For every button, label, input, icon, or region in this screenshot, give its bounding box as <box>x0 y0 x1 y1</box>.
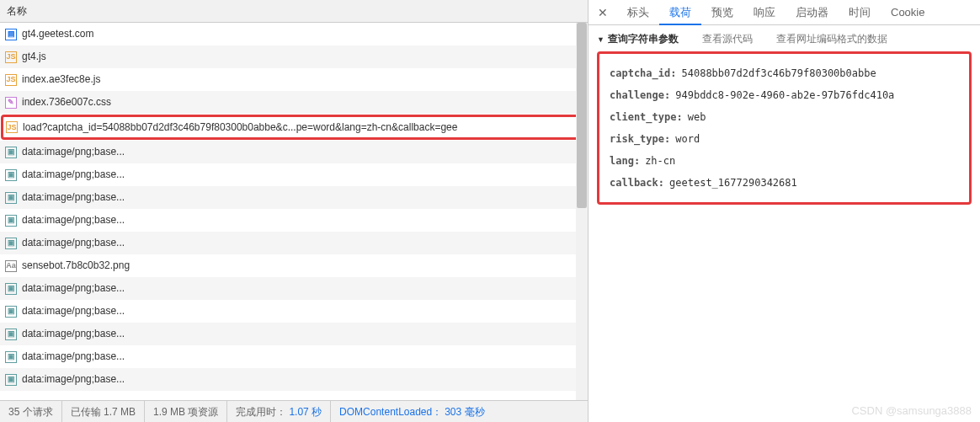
request-row[interactable]: ▣data:image/png;base... <box>0 186 588 209</box>
request-name: data:image/png;base... <box>22 186 125 209</box>
request-row[interactable]: Aasensebot.7b8c0b32.png <box>0 254 588 277</box>
view-source-link[interactable]: 查看源代码 <box>702 32 753 46</box>
param-row: client_type:web <box>610 106 959 128</box>
param-row: captcha_id:54088bb07d2df3c46b79f80300b0a… <box>610 62 959 84</box>
js-file-icon: JS <box>6 121 18 133</box>
param-key: risk_type: <box>610 128 670 150</box>
request-row[interactable]: ▣data:image/png;base... <box>0 300 588 323</box>
tab-Cookie[interactable]: Cookie <box>881 0 935 25</box>
watermark: CSDN @samsunga3888 <box>851 404 972 417</box>
param-key: lang: <box>610 150 640 172</box>
param-row: callback:geetest_1677290342681 <box>610 172 959 194</box>
status-resources: 1.9 MB 项资源 <box>145 401 227 422</box>
status-domcontentloaded: DOMContentLoaded： 303 毫秒 <box>331 401 493 422</box>
js-file-icon: JS <box>5 51 17 63</box>
img-file-icon: ▣ <box>5 329 17 340</box>
status-bar: 35 个请求 已传输 1.7 MB 1.9 MB 项资源 完成用时： 1.07 … <box>0 400 588 422</box>
detail-body: 查询字符串参数 查看源代码 查看网址编码格式的数据 captcha_id:540… <box>589 25 980 422</box>
request-row[interactable]: JSindex.ae3fec8e.js <box>0 68 588 91</box>
detail-tabs: ✕ 标头载荷预览响应启动器时间Cookie <box>589 0 980 25</box>
request-list[interactable]: ▤gt4.geetest.comJSgt4.jsJSindex.ae3fec8e… <box>0 23 588 400</box>
request-row[interactable]: ▣data:image/png;base... <box>0 209 588 232</box>
section-toggle[interactable]: 查询字符串参数 <box>597 32 679 46</box>
tab-启动器[interactable]: 启动器 <box>786 0 839 25</box>
img-file-icon: ▣ <box>5 351 17 363</box>
request-name: index.736e007c.css <box>22 91 111 114</box>
request-name: data:image/png;base... <box>22 277 125 300</box>
request-row[interactable]: JSgt4.js <box>0 45 588 68</box>
param-key: captcha_id: <box>610 62 676 84</box>
request-name: data:image/png;base... <box>22 300 125 323</box>
request-name: load?captcha_id=54088bb07d2df3c46b79f803… <box>23 116 457 139</box>
request-name: data:image/png;base... <box>22 141 125 163</box>
status-transferred: 已传输 1.7 MB <box>62 401 145 422</box>
request-name: data:image/png;base... <box>22 368 125 391</box>
param-value: geetest_1677290342681 <box>669 172 797 194</box>
request-row[interactable]: ▣data:image/png;base... <box>0 277 588 300</box>
request-name: data:image/png;base... <box>22 209 125 232</box>
request-name: gt4.geetest.com <box>22 23 93 45</box>
tab-标头[interactable]: 标头 <box>617 0 659 25</box>
request-name: data:image/png;base... <box>22 232 125 254</box>
img-file-icon: ▣ <box>5 192 17 204</box>
scrollbar-thumb[interactable] <box>577 23 587 208</box>
img-file-icon: ▣ <box>5 215 17 227</box>
request-name: data:image/png;base... <box>22 163 125 186</box>
param-key: client_type: <box>610 106 683 128</box>
request-row[interactable]: ▣data:image/png;base... <box>0 232 588 254</box>
status-requests: 35 个请求 <box>0 401 62 422</box>
js-file-icon: JS <box>5 74 17 86</box>
img-file-icon: ▣ <box>5 306 17 318</box>
section-header: 查询字符串参数 查看源代码 查看网址编码格式的数据 <box>597 32 972 46</box>
request-name: sensebot.7b8c0b32.png <box>22 254 130 277</box>
request-row[interactable]: ✎index.736e007c.css <box>0 91 588 114</box>
param-value: 54088bb07d2df3c46b79f80300b0abbe <box>681 62 876 84</box>
status-finish: 完成用时： 1.07 秒 <box>227 401 331 422</box>
request-row[interactable]: ▤gt4.geetest.com <box>0 23 588 45</box>
img-file-icon: ▣ <box>5 238 17 249</box>
column-header-name[interactable]: 名称 <box>0 0 588 23</box>
scrollbar-vertical[interactable] <box>576 23 588 400</box>
view-url-encoded-link[interactable]: 查看网址编码格式的数据 <box>776 32 887 46</box>
param-value: web <box>688 106 706 128</box>
param-key: callback: <box>610 172 664 194</box>
tab-预览[interactable]: 预览 <box>701 0 743 25</box>
param-value: 949bddc8-902e-4960-ab2e-97b76fdc410a <box>675 84 894 106</box>
request-row[interactable]: ▣data:image/png;base... <box>0 141 588 163</box>
request-row[interactable]: ▣data:image/png;base... <box>0 345 588 368</box>
param-key: challenge: <box>610 84 670 106</box>
request-detail-panel: ✕ 标头载荷预览响应启动器时间Cookie 查询字符串参数 查看源代码 查看网址… <box>589 0 980 422</box>
param-value: word <box>675 128 700 150</box>
img-file-icon: ▣ <box>5 374 17 386</box>
request-row[interactable]: JSload?captcha_id=54088bb07d2df3c46b79f8… <box>1 115 583 140</box>
query-params-box: captcha_id:54088bb07d2df3c46b79f80300b0a… <box>597 51 972 205</box>
img-file-icon: ▣ <box>5 147 17 158</box>
param-row: challenge:949bddc8-902e-4960-ab2e-97b76f… <box>610 84 959 106</box>
doc-file-icon: ▤ <box>5 29 17 40</box>
request-row[interactable]: ▣data:image/png;base... <box>0 368 588 391</box>
request-name: gt4.js <box>22 45 46 68</box>
img-file-icon: ▣ <box>5 283 17 295</box>
request-row[interactable]: ▣data:image/png;base... <box>0 163 588 186</box>
param-row: lang:zh-cn <box>610 150 959 172</box>
close-icon[interactable]: ✕ <box>595 5 610 20</box>
css-file-icon: ✎ <box>5 97 17 109</box>
param-value: zh-cn <box>645 150 675 172</box>
request-name: index.ae3fec8e.js <box>22 68 100 91</box>
request-name: data:image/png;base... <box>22 323 125 345</box>
font-file-icon: Aa <box>5 260 17 272</box>
request-name: data:image/png;base... <box>22 345 125 368</box>
param-row: risk_type:word <box>610 128 959 150</box>
request-row[interactable]: ▣data:image/png;base... <box>0 323 588 345</box>
tab-载荷[interactable]: 载荷 <box>659 0 701 25</box>
tab-时间[interactable]: 时间 <box>839 0 881 25</box>
tab-响应[interactable]: 响应 <box>743 0 786 25</box>
img-file-icon: ▣ <box>5 169 17 181</box>
network-request-list-panel: 名称 ▤gt4.geetest.comJSgt4.jsJSindex.ae3fe… <box>0 0 589 422</box>
